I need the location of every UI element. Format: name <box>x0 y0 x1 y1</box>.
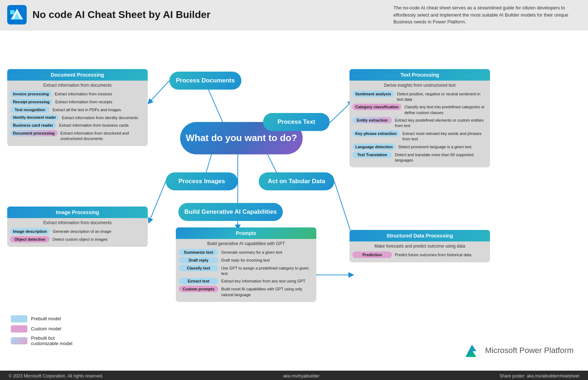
structured-panel-rows: Prediction Predict future outcomes from … <box>349 250 490 262</box>
ms-platform-label: Microsoft Power Platform <box>485 346 574 355</box>
keyphrase-desc: Extract most relevant key words and phra… <box>402 130 487 142</box>
power-platform-logo <box>463 341 481 360</box>
list-item: Extract text Extract key information fro… <box>179 278 313 284</box>
list-item: Draft reply Draft reply for incoming tex… <box>179 257 313 263</box>
identity-doc-tag: Identity document reader <box>10 114 59 121</box>
text-panel-subtitle: Derive insights from unstructured text <box>349 81 490 89</box>
prompts-panel-rows: Summarize text Generate summary for a gi… <box>176 248 316 302</box>
prompts-panel-title: Prompts <box>176 227 316 239</box>
text-recognition-tag: Text recognition <box>10 107 50 113</box>
svg-line-3 <box>150 81 169 102</box>
identity-doc-desc: Extract information from identity docume… <box>62 114 138 121</box>
list-item: Document processing Extract information … <box>10 130 145 142</box>
prebuilt-swatch <box>11 315 27 322</box>
prebuilt-label: Prebuilt model <box>31 316 61 321</box>
biz-card-tag: Business card reader <box>10 122 56 128</box>
text-processing-panel: Text Processing Derive insights from uns… <box>349 69 490 168</box>
svg-rect-1 <box>10 10 14 14</box>
prompts-panel-subtitle: Build generative AI capabilities with GP… <box>176 239 316 248</box>
list-item: Text Translation Detect and translate mo… <box>352 151 487 163</box>
prediction-tag: Prediction <box>352 252 392 258</box>
copyright: © 2023 Microsoft Corporation. All rights… <box>9 374 103 379</box>
texttranslate-desc: Detect and translate more than 90 suppor… <box>395 151 487 163</box>
page-title: No code AI Cheat Sheet by AI Builder <box>32 9 210 21</box>
doc-panel-title: Document Processing <box>7 69 148 81</box>
list-item: Classify text Use GPT to assign a predef… <box>179 265 313 277</box>
image-desc-tag: Image description <box>10 228 50 235</box>
obj-detect-tag: Object detection <box>10 236 50 243</box>
structured-panel-title: Structured Data Processing <box>349 230 490 241</box>
header: No code AI Cheat Sheet by AI Builder The… <box>0 0 588 30</box>
act-tabular-bubble: Act on Tabular Data <box>259 172 334 190</box>
draftreply-tag: Draft reply <box>179 257 218 263</box>
svg-line-9 <box>334 181 353 239</box>
customizable-swatch <box>11 337 27 344</box>
entity-desc: Extract key predefined elements or custo… <box>395 117 487 129</box>
main-canvas: What do you want to do? Process Document… <box>0 30 588 380</box>
doc-processing-tag: Document processing <box>10 130 58 136</box>
footer-link2: Share poster: aka.ms/aibuildercheatsheet <box>500 374 579 379</box>
process-docs-bubble: Process Documents <box>169 72 241 90</box>
ms-power-platform-area: Microsoft Power Platform <box>463 341 574 360</box>
entity-tag: Entity extraction <box>352 117 392 123</box>
customizable-label: Prebuilt butcustomizable model <box>31 335 72 346</box>
list-item: Key phrase extraction Extract most relev… <box>352 130 487 142</box>
text-panel-rows: Sentiment analysis Detect positive, nega… <box>349 89 490 168</box>
list-item: Business card reader Extract information… <box>10 122 145 128</box>
receipt-processing-desc: Extract information from receipts <box>55 99 112 105</box>
doc-panel-rows: Invoice processing Extract information f… <box>7 89 148 146</box>
list-item: Receipt processing Extract information f… <box>10 99 145 105</box>
process-text-bubble: Process Text <box>263 113 330 131</box>
img-panel-title: Image Processing <box>7 207 148 218</box>
custom-swatch <box>11 325 27 332</box>
sentiment-tag: Sentiment analysis <box>352 91 394 97</box>
doc-panel-subtitle: Extract information from documents <box>7 81 148 89</box>
custom-label: Custom model <box>31 326 61 331</box>
obj-detect-desc: Detect custom object in images <box>53 236 108 242</box>
footer-link1: aka.ms/tryaibuilder <box>283 374 320 379</box>
build-generative-bubble: Build Generative AI Capabilities <box>178 203 283 221</box>
svg-line-7 <box>150 181 166 221</box>
list-item: Prediction Predict future outcomes from … <box>352 252 487 258</box>
texttranslate-tag: Text Translation <box>352 151 392 158</box>
draftreply-desc: Draft reply for incoming text <box>221 257 270 263</box>
legend-custom: Custom model <box>11 325 72 332</box>
list-item: Image description Generate description o… <box>10 228 145 235</box>
summarize-desc: Generate summary for a given text <box>221 249 282 255</box>
invoice-processing-desc: Extract information from invoices <box>55 91 112 97</box>
receipt-processing-tag: Receipt processing <box>10 99 52 105</box>
image-processing-panel: Image Processing Extract information fro… <box>7 207 148 247</box>
biz-card-desc: Extract information from business cards <box>59 122 129 128</box>
langdetect-desc: Detect prominent language is a given tex… <box>398 144 471 150</box>
doc-processing-desc: Extract information from structured and … <box>61 130 145 142</box>
prediction-desc: Predict future outcomes from historical … <box>395 252 471 258</box>
keyphrase-tag: Key phrase extraction <box>352 130 400 137</box>
category-desc: Classify any text into predefined catego… <box>404 104 487 116</box>
summarize-tag: Summarize text <box>179 249 218 255</box>
customprompts-tag: Custom prompts <box>179 286 218 292</box>
image-desc-desc: Generate description of an image <box>53 228 111 234</box>
structured-data-panel: Structured Data Processing Make forecast… <box>349 230 490 262</box>
list-item: Language detection Detect prominent lang… <box>352 144 487 150</box>
text-recognition-desc: Extract all the text in PDFs and images. <box>53 107 122 113</box>
process-images-bubble: Process Images <box>166 172 238 190</box>
structured-panel-subtitle: Make forecasts and predict outcome using… <box>349 241 490 250</box>
extracttext-desc: Extract key information from any text us… <box>221 278 306 284</box>
invoice-processing-tag: Invoice processing <box>10 91 52 97</box>
footer: © 2023 Microsoft Corporation. All rights… <box>0 371 588 380</box>
list-item: Summarize text Generate summary for a gi… <box>179 249 313 255</box>
prompts-panel: Prompts Build generative AI capabilities… <box>176 227 316 302</box>
list-item: Object detection Detect custom object in… <box>10 236 145 243</box>
list-item: Category classification Classify any tex… <box>352 104 487 116</box>
legend: Prebuilt model Custom model Prebuilt but… <box>11 315 72 349</box>
category-tag: Category classification <box>352 104 401 110</box>
ai-builder-logo <box>7 5 27 24</box>
sentiment-desc: Detect positive, negative or neutral sen… <box>397 91 487 103</box>
list-item: Identity document reader Extract informa… <box>10 114 145 121</box>
legend-prebuilt: Prebuilt model <box>11 315 72 322</box>
img-panel-rows: Image description Generate description o… <box>7 227 148 247</box>
legend-customizable: Prebuilt butcustomizable model <box>11 335 72 346</box>
list-item: Entity extraction Extract key predefined… <box>352 117 487 129</box>
text-panel-title: Text Processing <box>349 69 490 81</box>
header-description: The no-code AI cheat sheet serves as a s… <box>393 4 581 26</box>
